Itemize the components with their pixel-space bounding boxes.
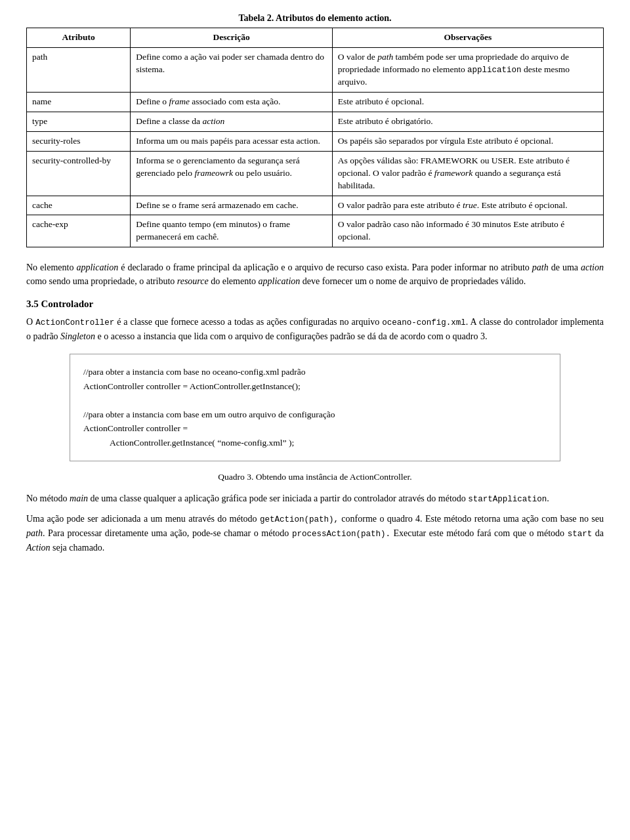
code-oceano-config: oceano-config.xml [382, 318, 466, 327]
table-row: name Define o frame associado com esta a… [27, 93, 604, 112]
code-line-1: //para obter a instancia com base no oce… [83, 365, 547, 379]
table-row: type Define a classe da action Este atri… [27, 112, 604, 132]
desc-cell: Informa se o gerenciamento da segurança … [131, 151, 333, 196]
desc-cell: Informa um ou mais papéis para acessar e… [131, 131, 333, 151]
obs-cell: O valor padrão caso não informado é 30 m… [332, 215, 603, 247]
table-row: path Define como a ação vai poder ser ch… [27, 47, 604, 92]
attr-cell: cache [27, 196, 131, 215]
code-caption: Quadro 3. Obtendo uma instância de Actio… [26, 472, 604, 482]
desc-cell: Define se o frame será armazenado em cac… [131, 196, 333, 215]
obs-cell: Este atributo é obrigatório. [332, 112, 603, 132]
code-line-2: ActionController controller = ActionCont… [83, 379, 547, 394]
section-heading-controlador: 3.5 Controlador [26, 299, 604, 310]
table-title: Tabela 2. Atributos do elemento action. [26, 13, 604, 24]
desc-cell: Define como a ação vai poder ser chamada… [131, 47, 333, 92]
code-line-3 [83, 393, 547, 408]
attr-cell: security-roles [27, 131, 131, 151]
paragraph-application: No elemento application é declarado o fr… [26, 261, 604, 288]
table-row: cache Define se o frame será armazenado … [27, 196, 604, 215]
col-header-descricao: Descrição [131, 28, 333, 48]
table-row: security-roles Informa um ou mais papéis… [27, 131, 604, 151]
desc-cell: Define o frame associado com esta ação. [131, 93, 333, 112]
desc-cell: Define quanto tempo (em minutos) o frame… [131, 215, 333, 247]
code-startapplication: startApplication [468, 495, 547, 504]
attr-cell: name [27, 93, 131, 112]
attr-cell: type [27, 112, 131, 132]
code-line-4: //para obter a instancia com base em um … [83, 408, 547, 422]
attr-cell: path [27, 47, 131, 92]
code-processaction: processAction(path). [292, 530, 390, 539]
attr-cell: cache-exp [27, 215, 131, 247]
desc-cell: Define a classe da action [131, 112, 333, 132]
obs-cell: O valor de path também pode ser uma prop… [332, 47, 603, 92]
paragraph-controlador: O ActionController é a classe que fornec… [26, 315, 604, 343]
obs-cell: As opções válidas são: FRAMEWORK ou USER… [332, 151, 603, 196]
paragraph-getaction: Uma ação pode ser adicionada a um menu a… [26, 512, 604, 555]
obs-cell: O valor padrão para este atributo é true… [332, 196, 603, 215]
table-row: security-controlled-by Informa se o gere… [27, 151, 604, 196]
paragraph-main: No método main de uma classe qualquer a … [26, 492, 604, 506]
obs-cell: Este atributo é opcional. [332, 93, 603, 112]
table-row: cache-exp Define quanto tempo (em minuto… [27, 215, 604, 247]
code-line-6: ActionController.getInstance( “nome-conf… [110, 436, 547, 450]
code-box: //para obter a instancia com base no oce… [70, 354, 560, 461]
col-header-atributo: Atributo [27, 28, 131, 48]
code-getaction: getAction(path), [260, 515, 339, 524]
code-line-5: ActionController controller = [83, 421, 547, 436]
attr-cell: security-controlled-by [27, 151, 131, 196]
code-start: start [568, 530, 593, 539]
code-actioncontroller: ActionController [35, 318, 114, 327]
col-header-observacoes: Observações [332, 28, 603, 48]
attributes-table: Atributo Descrição Observações path Defi… [26, 28, 604, 247]
obs-cell: Os papéis são separados por vírgula Este… [332, 131, 603, 151]
